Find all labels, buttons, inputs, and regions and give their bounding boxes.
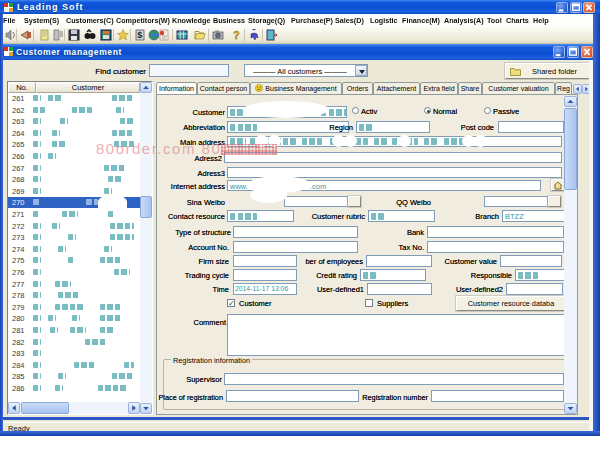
svg-text:?: ? xyxy=(233,29,240,41)
svg-text:$: $ xyxy=(137,30,142,40)
